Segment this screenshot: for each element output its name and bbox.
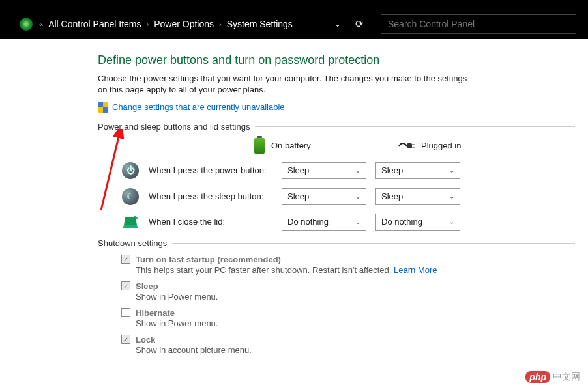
hibernate-checkbox[interactable] (121, 308, 130, 317)
breadcrumb-dropdown-button[interactable]: ⌄ (331, 17, 345, 31)
fast-startup-item: Turn on fast startup (recommended) This … (121, 255, 575, 275)
uac-shield-icon (98, 102, 108, 113)
address-bar: « All Control Panel Items › Power Option… (0, 9, 588, 39)
column-headers: On battery Plugged in (98, 138, 575, 154)
plugged-in-header: Plugged in (398, 141, 489, 150)
refresh-button[interactable]: ⟳ (351, 16, 368, 33)
fast-startup-label: Turn on fast startup (recommended) (136, 255, 281, 264)
lid-plugged-select[interactable]: Do nothing⌄ (375, 214, 460, 231)
sleep-button-label: When I press the sleep button: (149, 191, 272, 201)
plug-icon (398, 142, 415, 150)
chevron-down-icon: ⌄ (355, 167, 360, 174)
hibernate-desc: Show in Power menu. (136, 318, 575, 328)
section-shutdown-title: Shutdown settings (98, 238, 575, 248)
page-title: Define power buttons and turn on passwor… (98, 53, 575, 67)
chevron-down-icon: ⌄ (449, 167, 454, 174)
section-shutdown-label: Shutdown settings (98, 238, 167, 248)
lid-battery-select[interactable]: Do nothing⌄ (282, 214, 366, 231)
control-panel-icon (20, 18, 33, 31)
fast-startup-desc: This helps start your PC faster after sh… (136, 265, 575, 275)
php-badge-icon: php (525, 371, 550, 383)
chevron-down-icon: ⌄ (355, 193, 360, 200)
svg-rect-1 (407, 143, 412, 148)
search-input[interactable] (381, 14, 576, 34)
lid-row: When I close the lid: Do nothing⌄ Do not… (98, 214, 575, 231)
breadcrumb-system-settings[interactable]: System Settings (227, 19, 293, 29)
on-battery-header: On battery (254, 138, 345, 154)
chevron-down-icon: ⌄ (449, 218, 454, 225)
section-buttons-title: Power and sleep buttons and lid settings (98, 122, 575, 132)
sleep-desc: Show in Power menu. (136, 292, 575, 301)
watermark-text: 中文网 (553, 371, 580, 383)
fast-startup-checkbox[interactable] (121, 255, 130, 264)
change-settings-row: Change settings that are currently unava… (98, 102, 575, 113)
lock-checkbox[interactable] (121, 335, 130, 344)
chevron-right-icon: › (147, 20, 149, 28)
sleep-checkbox[interactable] (121, 281, 130, 290)
main-content: Define power buttons and turn on passwor… (0, 39, 588, 355)
lid-icon (121, 216, 140, 229)
divider (172, 243, 575, 244)
breadcrumb: « All Control Panel Items › Power Option… (39, 19, 293, 29)
breadcrumb-prefix: « (39, 20, 43, 28)
change-settings-link[interactable]: Change settings that are currently unava… (112, 102, 285, 112)
hibernate-label: Hibernate (136, 308, 175, 318)
lock-label: Lock (136, 335, 155, 344)
chevron-down-icon: ⌄ (449, 193, 454, 200)
plugged-in-label: Plugged in (421, 141, 461, 150)
page-description: Choose the power settings that you want … (98, 74, 469, 96)
sleep-label: Sleep (136, 281, 158, 291)
sleep-button-plugged-select[interactable]: Sleep⌄ (375, 188, 460, 205)
lock-desc: Show in account picture menu. (136, 345, 575, 355)
battery-icon (254, 138, 265, 154)
power-button-plugged-select[interactable]: Sleep⌄ (375, 162, 460, 179)
power-button-label: When I press the power button: (149, 165, 272, 175)
section-buttons-label: Power and sleep buttons and lid settings (98, 122, 250, 132)
chevron-right-icon: › (219, 20, 222, 28)
learn-more-link[interactable]: Learn More (394, 265, 437, 275)
sleep-button-row: ☾ When I press the sleep button: Sleep⌄ … (98, 188, 575, 206)
on-battery-label: On battery (271, 141, 311, 150)
hibernate-item: Hibernate Show in Power menu. (121, 308, 575, 328)
breadcrumb-power-options[interactable]: Power Options (154, 19, 214, 29)
sleep-button-battery-select[interactable]: Sleep⌄ (282, 188, 366, 205)
divider (255, 126, 575, 127)
window-titlebar (0, 0, 588, 9)
sleep-item: Sleep Show in Power menu. (121, 281, 575, 301)
breadcrumb-all-items[interactable]: All Control Panel Items (48, 19, 141, 29)
shutdown-settings-list: Turn on fast startup (recommended) This … (98, 255, 575, 355)
chevron-down-icon: ⌄ (355, 218, 360, 225)
power-button-battery-select[interactable]: Sleep⌄ (282, 162, 366, 179)
power-button-icon: ⏻ (121, 161, 140, 180)
watermark: php 中文网 (525, 371, 580, 383)
sleep-button-icon: ☾ (121, 188, 140, 206)
lid-label: When I close the lid: (149, 217, 272, 227)
power-button-row: ⏻ When I press the power button: Sleep⌄ … (98, 161, 575, 180)
lock-item: Lock Show in account picture menu. (121, 335, 575, 355)
